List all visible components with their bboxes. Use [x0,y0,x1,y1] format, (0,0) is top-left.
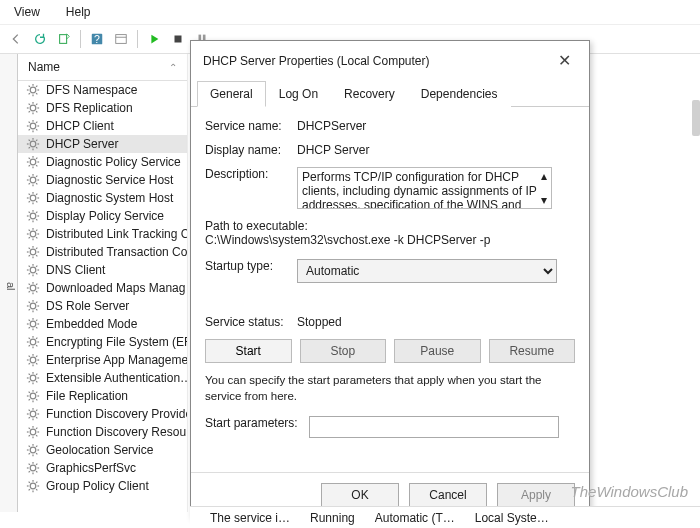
label-params: Start parameters: [205,416,309,430]
service-item[interactable]: DFS Namespace [18,81,187,99]
svg-line-115 [36,284,37,285]
menu-help[interactable]: Help [62,3,95,21]
svg-line-61 [36,176,37,177]
svg-line-24 [29,111,30,112]
svg-point-179 [30,429,36,435]
menubar: View Help [0,0,700,25]
svg-line-202 [29,464,30,465]
parameters-note: You can specify the start parameters tha… [205,373,575,404]
stop-icon[interactable] [168,29,188,49]
svg-line-87 [29,237,30,238]
svg-point-62 [30,195,36,201]
svg-point-143 [30,357,36,363]
service-label: Distributed Link Tracking Cl… [46,227,187,241]
tab-dependencies[interactable]: Dependencies [408,81,511,107]
svg-line-42 [29,147,30,148]
svg-line-76 [29,212,30,213]
svg-line-213 [29,489,30,490]
svg-text:?: ? [94,33,100,45]
apply-button[interactable]: Apply [497,483,575,507]
svg-line-49 [29,158,30,159]
export-icon[interactable] [54,29,74,49]
svg-line-52 [36,158,37,159]
svg-line-149 [36,363,37,364]
svg-point-8 [30,87,36,93]
svg-line-123 [29,309,30,310]
svg-rect-5 [175,36,182,43]
service-label: Geolocation Service [46,443,153,457]
description-box[interactable]: Performs TCP/IP configuration for DHCP c… [297,167,552,209]
properties-icon[interactable] [111,29,131,49]
svg-line-167 [36,399,37,400]
service-item[interactable]: Diagnostic Policy Service [18,153,187,171]
service-item[interactable]: Diagnostic System Host [18,189,187,207]
help-icon[interactable]: ? [87,29,107,49]
svg-rect-0 [60,35,67,44]
svg-point-161 [30,393,36,399]
svg-line-86 [36,237,37,238]
svg-point-152 [30,375,36,381]
svg-line-60 [29,183,30,184]
service-item[interactable]: File Replication [18,387,187,405]
tab-recovery[interactable]: Recovery [331,81,408,107]
service-item[interactable]: Encrypting File System (EF… [18,333,187,351]
column-header-name[interactable]: Name ⌃ [18,54,187,81]
svg-line-43 [36,140,37,141]
ok-button[interactable]: OK [321,483,399,507]
service-item[interactable]: Function Discovery Provide… [18,405,187,423]
service-item[interactable]: Downloaded Maps Manag… [18,279,187,297]
service-item[interactable]: DNS Client [18,261,187,279]
service-item[interactable]: DS Role Server [18,297,187,315]
cancel-button[interactable]: Cancel [409,483,487,507]
service-item[interactable]: DHCP Server [18,135,187,153]
refresh-icon[interactable] [30,29,50,49]
svg-line-112 [29,284,30,285]
svg-point-71 [30,213,36,219]
service-item[interactable]: Group Policy Client [18,477,187,495]
status-cell: Automatic (T… [375,511,455,525]
svg-line-32 [36,129,37,130]
startup-type-select[interactable]: Automatic [297,259,557,283]
tab-general[interactable]: General [197,81,266,107]
service-label: File Replication [46,389,128,403]
service-label: Enterprise App Manageme… [46,353,187,367]
service-item[interactable]: Function Discovery Resou… [18,423,187,441]
svg-line-67 [29,194,30,195]
tab-log-on[interactable]: Log On [266,81,331,107]
service-item[interactable]: Diagnostic Service Host [18,171,187,189]
start-button[interactable]: Start [205,339,292,363]
menu-view[interactable]: View [10,3,44,21]
svg-point-17 [30,105,36,111]
service-item[interactable]: Distributed Transaction Co… [18,243,187,261]
svg-point-188 [30,447,36,453]
svg-line-85 [29,230,30,231]
service-item[interactable]: DHCP Client [18,117,187,135]
service-item[interactable]: Extensible Authentication… [18,369,187,387]
play-icon[interactable] [144,29,164,49]
svg-line-178 [36,410,37,411]
service-item[interactable]: Enterprise App Manageme… [18,351,187,369]
svg-line-193 [29,446,30,447]
start-parameters-input[interactable] [309,416,559,438]
service-item[interactable]: Distributed Link Tracking Cl… [18,225,187,243]
svg-point-44 [30,159,36,165]
svg-line-158 [36,381,37,382]
service-label: DS Role Server [46,299,129,313]
description-scrollbar[interactable]: ▴▾ [537,169,550,207]
service-item[interactable]: Geolocation Service [18,441,187,459]
back-icon[interactable] [6,29,26,49]
service-item[interactable]: Embedded Mode [18,315,187,333]
svg-point-170 [30,411,36,417]
svg-point-98 [30,267,36,273]
service-item[interactable]: DFS Replication [18,99,187,117]
scrollbar-thumb[interactable] [692,100,700,136]
svg-line-68 [36,201,37,202]
service-item[interactable]: GraphicsPerfSvc [18,459,187,477]
svg-line-177 [29,417,30,418]
close-icon[interactable]: ✕ [552,49,577,72]
svg-line-132 [29,327,30,328]
left-panel-stub: al [0,54,18,512]
svg-line-40 [29,140,30,141]
service-item[interactable]: Display Policy Service [18,207,187,225]
svg-line-205 [36,464,37,465]
